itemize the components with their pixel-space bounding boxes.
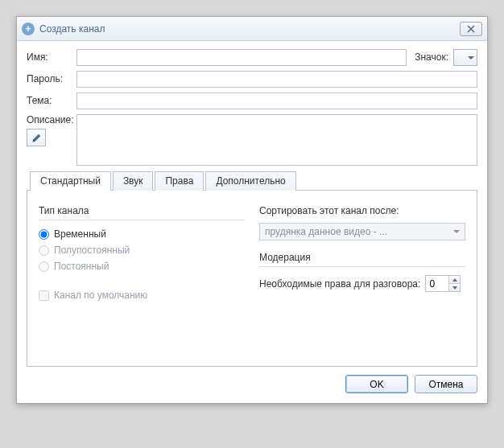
icon-picker[interactable] <box>453 49 477 66</box>
radio-temporary[interactable]: Временный <box>39 228 245 240</box>
window-title: Создать канал <box>39 23 105 35</box>
ok-button[interactable]: OK <box>345 375 408 393</box>
edit-description-button[interactable] <box>27 129 46 146</box>
chevron-down-icon <box>452 286 457 290</box>
description-textarea[interactable] <box>76 114 477 166</box>
topic-label: Тема: <box>27 92 76 106</box>
close-icon <box>467 25 475 33</box>
radio-semiperm-label: Полупостоянный <box>54 245 130 256</box>
sort-after-label: Сортировать этот канал после: <box>259 205 465 216</box>
radio-perm-label: Постоянный <box>54 261 109 272</box>
description-label: Описание: <box>27 114 74 125</box>
dialog-footer: OK Отмена <box>27 367 477 393</box>
sort-after-value: прудянка данное видео - ... <box>265 226 387 237</box>
spinner-down[interactable] <box>449 284 460 291</box>
checkbox-default-input[interactable] <box>39 290 49 301</box>
talk-power-label: Необходимые права для разговора: <box>259 278 420 290</box>
titlebar: + Создать канал <box>17 17 487 41</box>
checkbox-default-label: Канал по умолчанию <box>54 290 147 301</box>
sort-after-dropdown[interactable]: прудянка данное видео - ... <box>259 223 465 240</box>
tabs: Стандартный Звук Права Дополнительно Тип… <box>27 171 477 367</box>
radio-perm-input[interactable] <box>39 261 49 272</box>
tab-standard[interactable]: Стандартный <box>30 171 111 191</box>
checkbox-default-channel[interactable]: Канал по умолчанию <box>39 290 245 301</box>
password-label: Пароль: <box>27 71 76 84</box>
chevron-down-icon <box>453 228 460 235</box>
radio-semiperm-input[interactable] <box>39 245 49 256</box>
moderation-title: Модерация <box>259 252 465 267</box>
plus-icon: + <box>22 23 35 35</box>
talk-power-input[interactable] <box>426 276 448 291</box>
tab-advanced[interactable]: Дополнительно <box>205 171 295 191</box>
pencil-icon <box>31 133 42 143</box>
radio-semiperm[interactable]: Полупостоянный <box>39 245 245 256</box>
tabpanel-standard: Тип канала Временный Полупостоянный Пост… <box>27 190 477 367</box>
icon-label: Значок: <box>415 49 448 63</box>
password-input[interactable] <box>76 71 477 88</box>
topic-input[interactable] <box>76 92 477 109</box>
radio-temporary-label: Временный <box>54 228 106 240</box>
chevron-up-icon <box>452 278 457 282</box>
create-channel-dialog: + Создать канал Имя: Значок: Пароль: Тем… <box>16 16 488 404</box>
name-input[interactable] <box>76 49 407 66</box>
dialog-body: Имя: Значок: Пароль: Тема: Описание: <box>17 41 487 403</box>
chevron-down-icon <box>468 55 474 61</box>
name-label: Имя: <box>27 49 76 63</box>
tab-permissions[interactable]: Права <box>155 171 204 191</box>
channel-type-title: Тип канала <box>39 205 245 220</box>
radio-perm[interactable]: Постоянный <box>39 261 245 272</box>
close-button[interactable] <box>460 22 482 36</box>
talk-power-spinner[interactable] <box>425 275 461 292</box>
radio-temporary-input[interactable] <box>39 229 49 240</box>
cancel-button[interactable]: Отмена <box>415 375 477 393</box>
spinner-up[interactable] <box>449 276 460 284</box>
tab-sound[interactable]: Звук <box>113 171 154 191</box>
